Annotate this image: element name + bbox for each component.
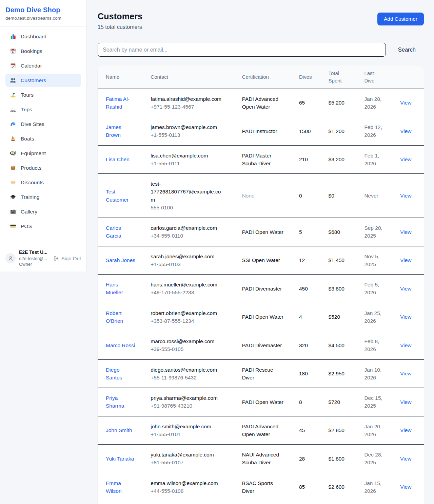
last-dive-date: Jan 28, 2026	[364, 95, 388, 111]
customer-phone: +1-555-0103	[151, 260, 234, 268]
total-spent: $680	[329, 229, 340, 235]
sidebar-item-products[interactable]: Products	[5, 161, 81, 174]
sidebar-item-label: POS	[21, 223, 32, 229]
view-link[interactable]: View	[400, 399, 411, 405]
shop-name[interactable]: Demo Dive Shop	[5, 6, 81, 14]
calendar-date-icon: 17	[9, 48, 16, 54]
sidebar-item-gallery[interactable]: Gallery	[5, 205, 81, 218]
customer-email: sarah.jones@example.com	[151, 253, 214, 260]
dives-count: 450	[299, 286, 308, 292]
bar-chart-icon	[9, 33, 16, 40]
customer-name-link[interactable]: Robert O'Brien	[106, 309, 136, 325]
dive-mask-icon	[9, 150, 16, 156]
sidebar-item-pos[interactable]: POS	[5, 220, 81, 233]
main-content: Customers 15 total customers Add Custome…	[87, 0, 434, 504]
customer-name-link[interactable]: Lisa Chen	[106, 155, 130, 163]
sidebar-item-label: Products	[21, 165, 41, 171]
customer-name-link[interactable]: Carlos Garcia	[106, 224, 136, 240]
last-dive-date: Jan 25, 2026	[364, 309, 388, 325]
last-dive-date: Feb 12, 2026	[364, 123, 388, 139]
search-bar: Search	[98, 43, 424, 57]
camera-icon	[9, 208, 16, 215]
sidebar-item-label: Tours	[21, 92, 34, 98]
view-link[interactable]: View	[400, 371, 411, 376]
total-spent: $520	[329, 314, 340, 320]
customer-name-link[interactable]: Fatima Al-Rashid	[106, 95, 136, 111]
customer-name-link[interactable]: Sarah Jones	[106, 256, 135, 264]
speedboat-icon	[9, 106, 16, 113]
last-dive-date: Feb 8, 2026	[364, 337, 388, 353]
shop-domain: demo.test.divestreams.com	[5, 16, 81, 21]
customer-name-link[interactable]: Yuki Tanaka	[106, 455, 134, 463]
certification: PADI Divemaster	[242, 285, 282, 293]
customer-name-link[interactable]: James Brown	[106, 123, 136, 139]
last-dive-date: Dec 15, 2025	[364, 394, 388, 410]
view-link[interactable]: View	[400, 193, 411, 199]
sidebar-item-label: Discounts	[21, 180, 44, 186]
sidebar-item-label: Training	[21, 194, 39, 200]
total-spent: $2,600	[329, 484, 344, 490]
sign-out-icon	[53, 256, 59, 261]
customer-name-link[interactable]: Priya Sharma	[106, 394, 136, 410]
customer-phone: +1-555-0101	[151, 430, 234, 438]
view-link[interactable]: View	[400, 156, 411, 162]
sidebar-item-calendar[interactable]: Calendar	[5, 59, 81, 72]
view-link[interactable]: View	[400, 286, 411, 292]
dives-count: 45	[299, 427, 305, 433]
dives-count: 8	[299, 399, 302, 405]
customer-count: 15 total customers	[98, 24, 142, 30]
view-link[interactable]: View	[400, 229, 411, 235]
dives-count: 210	[299, 156, 308, 162]
sidebar-item-equipment[interactable]: Equipment	[5, 147, 81, 160]
certification: PADI Open Water	[242, 313, 283, 321]
customer-name-link[interactable]: Marco Rossi	[106, 341, 135, 349]
customer-phone: +1-555-0111	[151, 160, 234, 167]
customer-email: marco.rossi@example.com	[151, 337, 214, 345]
view-link[interactable]: View	[400, 314, 411, 320]
table-row: Keiko Yamamotokeiko.yamamoto@example.com…	[98, 501, 424, 504]
tear-off-calendar-icon	[9, 62, 16, 69]
package-icon	[9, 165, 16, 171]
table-row: Fatima Al-Rashidfatima.alrashid@example.…	[98, 89, 424, 117]
sidebar-item-training[interactable]: Training	[5, 190, 81, 204]
sidebar-item-dive-sites[interactable]: Dive Sites	[5, 117, 81, 131]
customer-name-link[interactable]: Emma Wilson	[106, 479, 136, 495]
customer-name-link[interactable]: Test Customer	[106, 188, 136, 204]
sidebar-item-dashboard[interactable]: Dashboard	[5, 30, 81, 43]
customer-phone: +39-555-0105	[151, 345, 234, 353]
sailboat-icon	[9, 135, 16, 142]
view-link[interactable]: View	[400, 128, 411, 134]
customer-name-link[interactable]: Diego Santos	[106, 366, 136, 382]
sidebar-item-boats[interactable]: Boats	[5, 132, 81, 145]
view-link[interactable]: View	[400, 342, 411, 348]
view-link[interactable]: View	[400, 484, 411, 490]
sidebar-item-tours[interactable]: Tours	[5, 88, 81, 101]
view-link[interactable]: View	[400, 257, 411, 263]
total-spent: $3,200	[329, 156, 344, 162]
search-input[interactable]	[98, 43, 386, 57]
user-meta: E2E Test U... e2e-tester@... Owner	[19, 249, 47, 267]
customer-name-link[interactable]: John Smith	[106, 426, 132, 434]
last-dive-date: Feb 1, 2026	[364, 152, 388, 168]
sidebar-item-customers[interactable]: Customers	[5, 74, 81, 87]
customer-phone: 555-0100	[151, 204, 234, 211]
customer-name-link[interactable]: Hans Mueller	[106, 281, 136, 297]
sidebar-item-trips[interactable]: Trips	[5, 103, 81, 116]
search-button[interactable]: Search	[395, 44, 419, 55]
table-row: Hans Muellerhans.mueller@example.com+49-…	[98, 275, 424, 303]
certification: PADI Instructor	[242, 127, 277, 135]
sign-out-button[interactable]: Sign Out	[53, 256, 81, 261]
total-spent: $720	[329, 399, 340, 405]
certification: None	[242, 192, 255, 200]
add-customer-button[interactable]: Add Customer	[377, 13, 424, 25]
view-link[interactable]: View	[400, 100, 411, 106]
dives-count: 1500	[299, 128, 311, 134]
customer-email: emma.wilson@example.com	[151, 479, 218, 487]
view-link[interactable]: View	[400, 456, 411, 462]
view-link[interactable]: View	[400, 427, 411, 433]
sidebar-item-bookings[interactable]: 17Bookings	[5, 44, 81, 58]
customer-email: john.smith@example.com	[151, 423, 211, 430]
user-section: E2E Test U... e2e-tester@... Owner Sign …	[0, 245, 86, 272]
table-row: Robert O'Brienrobert.obrien@example.com+…	[98, 303, 424, 331]
sidebar-item-discounts[interactable]: Discounts	[5, 176, 81, 189]
